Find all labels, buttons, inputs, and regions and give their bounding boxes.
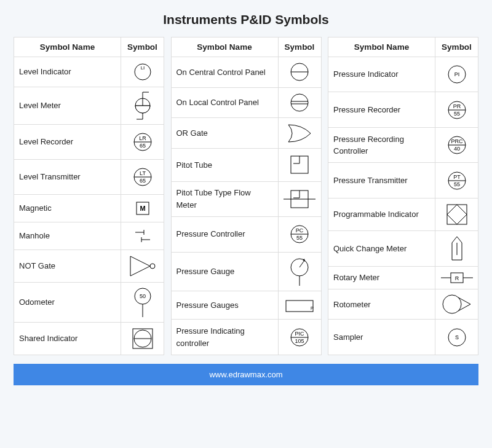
level-meter-icon	[121, 87, 164, 125]
pressure-gauges-icon: P	[278, 291, 321, 320]
svg-text:S: S	[454, 334, 458, 340]
svg-text:65: 65	[139, 143, 145, 149]
symbol-name-cell: Magnetic	[14, 195, 121, 222]
table-row: Pressure GaugesP	[171, 291, 321, 320]
pressure-indicator-icon: PI	[435, 57, 478, 92]
symbol-name-cell: Pressure Recording Controller	[328, 127, 435, 162]
table-row: Pressure TransmitterPT55	[328, 163, 478, 198]
symbol-name-cell: Programmable Indicator	[328, 198, 435, 230]
symbol-name-cell: Rotary Meter	[328, 266, 435, 289]
symbol-name-cell: Pressure Gauges	[171, 291, 278, 320]
level-transmitter-icon: LT65	[121, 160, 164, 195]
pressure-gauge-icon	[278, 252, 321, 291]
level-recorder-icon: LR65	[121, 125, 164, 160]
table-row: OR Gate	[171, 118, 321, 149]
symbol-name-cell: On Central Control Panel	[171, 57, 278, 88]
table-row: Level RecorderLR65	[14, 125, 164, 160]
symbol-name-cell: OR Gate	[171, 118, 278, 149]
shared-indicator-icon	[121, 323, 164, 355]
svg-text:R: R	[454, 275, 459, 281]
svg-text:40: 40	[453, 146, 459, 152]
table-row: Odometer50	[14, 283, 164, 323]
symbol-name-cell: Manhole	[14, 222, 121, 250]
table-row: NOT Gate	[14, 250, 164, 283]
pitot-tube-icon	[278, 149, 321, 182]
quick-change-meter-icon	[435, 231, 478, 266]
col-name-header: Symbol Name	[171, 37, 278, 57]
rotary-meter-icon: R	[435, 266, 478, 289]
table-row: Level Meter	[14, 87, 164, 125]
svg-text:55: 55	[296, 235, 303, 241]
svg-text:PC: PC	[296, 227, 304, 234]
svg-rect-65	[447, 205, 467, 224]
svg-rect-45	[286, 301, 313, 312]
col-name-header: Symbol Name	[14, 37, 121, 57]
not-gate-icon	[121, 250, 164, 283]
svg-text:LT: LT	[140, 170, 146, 176]
symbol-name-cell: Level Transmitter	[14, 160, 121, 195]
table-row: MagneticM	[14, 195, 164, 222]
table-row: Pressure Indicating controllerPIC105	[171, 320, 321, 355]
symbol-name-cell: Level Meter	[14, 87, 121, 125]
pressure-recording-controller-icon: PRC40	[435, 127, 478, 162]
table-row: Programmable Indicator	[328, 198, 478, 230]
svg-text:PRC: PRC	[451, 138, 463, 144]
tables-row: Symbol Name Symbol Level IndicatorLILeve…	[14, 37, 478, 355]
svg-text:P: P	[311, 306, 314, 310]
svg-point-22	[150, 264, 155, 269]
table-row: Rotometer	[328, 289, 478, 320]
table-row: On Central Control Panel	[171, 57, 321, 88]
odometer-icon: 50	[121, 283, 164, 323]
symbol-name-cell: Level Indicator	[14, 57, 121, 87]
table-row: SamplerS	[328, 320, 478, 355]
symbol-name-cell: Odometer	[14, 283, 121, 323]
svg-text:55: 55	[453, 111, 459, 117]
symbol-name-cell: Rotometer	[328, 289, 435, 320]
symbol-table-3: Symbol Name Symbol Pressure IndicatorPIP…	[328, 37, 478, 355]
symbol-name-cell: Pressure Transmitter	[328, 163, 435, 198]
table-row: Manhole	[14, 222, 164, 250]
symbol-name-cell: Quick Change Meter	[328, 231, 435, 266]
footer-bar: www.edrawmax.com	[14, 364, 478, 385]
or-gate-icon	[278, 118, 321, 149]
level-indicator-icon: LI	[121, 57, 164, 87]
svg-text:PT: PT	[453, 174, 461, 180]
svg-text:PI: PI	[454, 71, 459, 77]
svg-text:PIC: PIC	[295, 331, 304, 337]
table-row: Pressure ControllerPC55	[171, 216, 321, 252]
svg-text:M: M	[140, 205, 145, 212]
svg-point-31	[291, 94, 308, 111]
svg-text:105: 105	[295, 338, 304, 344]
symbol-name-cell: Pressure Indicator	[328, 57, 435, 92]
symbol-name-cell: Pressure Recorder	[328, 92, 435, 127]
svg-line-42	[300, 261, 304, 267]
symbol-name-cell: Shared Indicator	[14, 323, 121, 355]
pressure-indicating-controller-icon: PIC105	[278, 320, 321, 355]
symbol-name-cell: Pitot Tube Type Flow Meter	[171, 181, 278, 216]
symbol-name-cell: NOT Gate	[14, 250, 121, 283]
col-symbol-header: Symbol	[278, 37, 321, 57]
svg-marker-21	[130, 256, 150, 276]
svg-text:LR: LR	[139, 135, 146, 141]
table-row: Pitot Tube	[171, 149, 321, 182]
svg-text:65: 65	[139, 178, 145, 184]
symbol-name-cell: Level Recorder	[14, 125, 121, 160]
sampler-icon: S	[435, 320, 478, 355]
svg-marker-66	[447, 205, 467, 224]
manhole-icon	[121, 222, 164, 250]
svg-text:PR: PR	[453, 103, 461, 109]
svg-text:LI: LI	[140, 65, 145, 71]
pressure-recorder-icon: PR55	[435, 92, 478, 127]
symbol-table-1: Symbol Name Symbol Level IndicatorLILeve…	[14, 37, 164, 355]
col-symbol-header: Symbol	[121, 37, 164, 57]
symbol-name-cell: Pressure Controller	[171, 216, 278, 252]
symbol-name-cell: Pressure Gauge	[171, 252, 278, 291]
table-row: Level TransmitterLT65	[14, 160, 164, 195]
table-row: Rotary MeterR	[328, 266, 478, 289]
page-title: Instruments P&ID Symbols	[14, 12, 478, 27]
table-row: Pressure Gauge	[171, 252, 321, 291]
rotometer-icon	[435, 289, 478, 320]
svg-text:55: 55	[453, 181, 459, 187]
pressure-controller-icon: PC55	[278, 216, 321, 252]
symbol-name-cell: On Local Control Panel	[171, 87, 278, 118]
